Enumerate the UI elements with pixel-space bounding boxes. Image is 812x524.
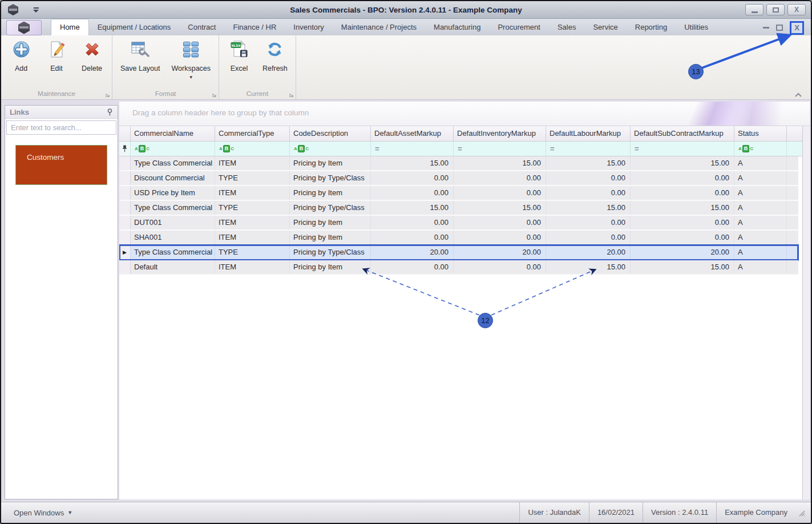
table-row[interactable]: SHA001ITEMPricing by Item0.000.000.000.0… — [119, 231, 798, 245]
cell-defaultinventorymarkup[interactable]: 20.00 — [454, 245, 546, 259]
cell-defaultassetmarkup[interactable]: 0.00 — [371, 231, 454, 244]
filter-cell-commercialtype[interactable]: ABC — [215, 142, 290, 156]
cell-defaultinventorymarkup[interactable]: 0.00 — [454, 186, 546, 200]
ribbon-restore-icon[interactable] — [776, 25, 783, 31]
column-header-codedescription[interactable]: CodeDescription — [290, 126, 371, 142]
cell-status[interactable]: A — [734, 156, 787, 170]
filter-cell-defaultassetmarkup[interactable]: = — [371, 142, 454, 156]
cell-defaultlabourmarkup[interactable]: 0.00 — [546, 231, 631, 244]
save-layout-button[interactable]: Save Layout — [120, 40, 160, 72]
ribbon-tab-utilities[interactable]: Utilities — [676, 19, 717, 35]
cell-codedescription[interactable]: Pricing by Item — [290, 260, 371, 274]
cell-defaultinventorymarkup[interactable]: 0.00 — [454, 171, 546, 185]
cell-status[interactable]: A — [734, 216, 787, 229]
column-header-commercialname[interactable]: CommercialName — [131, 126, 215, 142]
ribbon-tab-home[interactable]: Home — [51, 19, 89, 35]
cell-defaultsubcontractmarkup[interactable]: 0.00 — [631, 171, 734, 185]
dialog-launcher-icon[interactable] — [289, 93, 294, 98]
add-button[interactable]: Add — [9, 40, 33, 72]
cell-defaultlabourmarkup[interactable]: 15.00 — [546, 156, 631, 170]
group-by-bar[interactable]: Drag a column header here to group by th… — [119, 102, 810, 126]
ribbon-tab-equipment-locations[interactable]: Equipment / Locations — [89, 19, 180, 35]
search-icon[interactable] — [111, 124, 112, 132]
cell-commercialname[interactable]: Default — [131, 260, 215, 274]
cell-defaultassetmarkup[interactable]: 0.00 — [371, 260, 454, 274]
column-header-status[interactable]: Status — [734, 126, 787, 142]
search-input[interactable] — [11, 123, 111, 132]
cell-commercialname[interactable]: USD Price by Item — [131, 186, 215, 200]
ribbon-tab-finance-hr[interactable]: Finance / HR — [224, 19, 285, 35]
cell-defaultassetmarkup[interactable]: 0.00 — [371, 171, 454, 185]
cell-defaultsubcontractmarkup[interactable]: 20.00 — [631, 245, 734, 259]
cell-commercialtype[interactable]: ITEM — [215, 231, 290, 244]
edit-button[interactable]: Edit — [45, 40, 68, 72]
cell-defaultlabourmarkup[interactable]: 20.00 — [546, 245, 631, 259]
cell-commercialtype[interactable]: ITEM — [215, 186, 290, 200]
ribbon-tab-inventory[interactable]: Inventory — [285, 19, 332, 35]
cell-defaultlabourmarkup[interactable]: 15.00 — [546, 201, 631, 215]
cell-status[interactable]: A — [734, 201, 787, 215]
application-menu-button[interactable] — [6, 20, 42, 35]
table-row[interactable]: Type Class CommercialTYPEPricing by Type… — [119, 201, 798, 216]
cell-defaultassetmarkup[interactable]: 0.00 — [371, 216, 454, 229]
table-row[interactable]: USD Price by ItemITEMPricing by Item0.00… — [119, 186, 798, 201]
column-header-defaultsubcontractmarkup[interactable]: DefaultSubContractMarkup — [631, 126, 734, 142]
links-item-customers[interactable]: Customers — [15, 145, 107, 185]
column-header-commercialtype[interactable]: CommercialType — [215, 126, 290, 142]
quick-access-dropdown-icon[interactable] — [33, 7, 39, 13]
ribbon-tab-service[interactable]: Service — [584, 19, 626, 35]
cell-defaultsubcontractmarkup[interactable]: 0.00 — [631, 186, 734, 200]
cell-commercialname[interactable]: SHA001 — [131, 231, 215, 244]
ribbon-close-button[interactable]: X — [790, 21, 804, 35]
table-row[interactable]: DUT001ITEMPricing by Item0.000.000.000.0… — [119, 216, 798, 231]
table-row[interactable]: Type Class CommercialITEMPricing by Item… — [119, 156, 798, 171]
workspaces-button[interactable]: Workspaces▼ — [172, 40, 211, 79]
table-row[interactable]: DefaultITEMPricing by Item0.000.0015.001… — [119, 260, 798, 275]
column-header-defaultassetmarkup[interactable]: DefaultAssetMarkup — [371, 126, 454, 142]
cell-defaultinventorymarkup[interactable]: 0.00 — [454, 231, 546, 244]
column-header-defaultinventorymarkup[interactable]: DefaultInventoryMarkup — [454, 126, 546, 142]
pin-icon[interactable] — [107, 108, 113, 116]
cell-defaultassetmarkup[interactable]: 15.00 — [371, 156, 454, 170]
cell-defaultsubcontractmarkup[interactable]: 0.00 — [631, 216, 734, 229]
close-button[interactable]: X — [787, 4, 806, 15]
ribbon-tab-manufacturing[interactable]: Manufacturing — [425, 19, 489, 35]
cell-codedescription[interactable]: Pricing by Item — [290, 186, 371, 200]
delete-button[interactable]: Delete — [80, 40, 104, 72]
cell-status[interactable]: A — [734, 186, 787, 200]
cell-defaultassetmarkup[interactable]: 20.00 — [371, 245, 454, 259]
vertical-scrollbar[interactable] — [802, 126, 810, 499]
cell-commercialtype[interactable]: TYPE — [215, 201, 290, 215]
ribbon-tab-reporting[interactable]: Reporting — [627, 19, 676, 35]
cell-commercialtype[interactable]: ITEM — [215, 156, 290, 170]
cell-defaultlabourmarkup[interactable]: 0.00 — [546, 216, 631, 229]
cell-defaultsubcontractmarkup[interactable]: 15.00 — [631, 156, 734, 170]
cell-defaultassetmarkup[interactable]: 0.00 — [371, 186, 454, 200]
cell-defaultsubcontractmarkup[interactable]: 15.00 — [631, 201, 734, 215]
cell-codedescription[interactable]: Pricing by Type/Class — [290, 201, 371, 215]
cell-defaultinventorymarkup[interactable]: 0.00 — [454, 260, 546, 274]
cell-defaultassetmarkup[interactable]: 15.00 — [371, 201, 454, 215]
cell-commercialtype[interactable]: TYPE — [215, 171, 290, 185]
collapse-ribbon-icon[interactable] — [794, 91, 803, 98]
cell-defaultsubcontractmarkup[interactable]: 15.00 — [631, 260, 734, 274]
filter-cell-defaultlabourmarkup[interactable]: = — [546, 142, 631, 156]
cell-commercialname[interactable]: Type Class Commercial — [131, 245, 215, 259]
cell-codedescription[interactable]: Pricing by Type/Class — [290, 245, 371, 259]
filter-cell-commercialname[interactable]: ABC — [131, 142, 215, 156]
ribbon-tab-contract[interactable]: Contract — [179, 19, 224, 35]
ribbon-tab-sales[interactable]: Sales — [549, 19, 585, 35]
dialog-launcher-icon[interactable] — [106, 93, 110, 98]
cell-commercialname[interactable]: Type Class Commercial — [131, 156, 215, 170]
cell-codedescription[interactable]: Pricing by Item — [290, 156, 371, 170]
cell-defaultsubcontractmarkup[interactable]: 0.00 — [631, 231, 734, 244]
column-header-defaultlabourmarkup[interactable]: DefaultLabourMarkup — [546, 126, 631, 142]
cell-codedescription[interactable]: Pricing by Item — [290, 216, 371, 229]
cell-status[interactable]: A — [734, 260, 787, 274]
filter-cell-codedescription[interactable]: ABC — [290, 142, 371, 156]
refresh-button[interactable]: Refresh — [262, 40, 288, 72]
table-row[interactable]: Discount CommercialTYPEPricing by Type/C… — [119, 171, 798, 186]
cell-defaultinventorymarkup[interactable]: 15.00 — [454, 156, 546, 170]
ribbon-tab-maintenance-projects[interactable]: Maintenance / Projects — [333, 19, 425, 35]
filter-cell-status[interactable]: ABC — [734, 142, 787, 156]
